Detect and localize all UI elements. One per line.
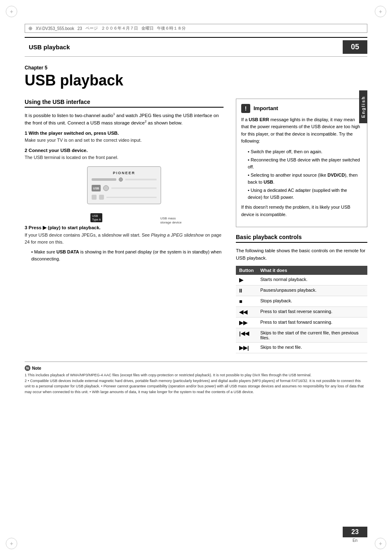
table-cell-action: Skips to the start of the current file, … [257, 328, 367, 343]
meta-date: ２００６年４月７日 [101, 25, 138, 31]
warning-icon: ! [241, 104, 250, 113]
meta-page-label: ページ [85, 25, 98, 31]
notes-section: N Note 1 This includes playback of WMA/M… [25, 362, 367, 395]
meta-day: 金曜日 [141, 25, 154, 31]
step3-heading: 3 Press ▶ (play) to start playback. [25, 225, 224, 230]
page-number-badge: 23 [343, 527, 367, 537]
chapter-badge: 05 [343, 40, 367, 54]
table-row: |◀◀Skips to the start of the current fil… [236, 328, 367, 343]
table-cell-button: ▶▶ [236, 318, 257, 328]
note-label: Note [32, 366, 41, 371]
meta-time: 午後６時１８分 [157, 25, 186, 31]
device-brand: PIONEER [92, 171, 157, 175]
device-front-panel: USB [92, 177, 157, 200]
important-bullet-3: Selecting to another input source (like … [241, 172, 362, 185]
table-row: ◀◀Press to start fast reverse scanning. [236, 307, 367, 318]
important-label: Important [254, 105, 278, 111]
table-cell-action: Pauses/unpauses playback. [257, 286, 367, 296]
basic-controls-heading: Basic playback controls [236, 234, 367, 243]
page-en-label: En [353, 538, 357, 543]
table-row: IIPauses/unpauses playback. [236, 286, 367, 296]
header-title: USB playback [25, 44, 70, 51]
step3-text: If your USB device contains JPEGs, a sli… [25, 232, 224, 245]
note-heading: N Note [25, 365, 367, 371]
meta-symbol: ⊕ [28, 25, 32, 31]
basic-controls-intro: The following table shows the basic cont… [236, 247, 367, 262]
table-cell-action: Starts normal playback. [257, 275, 367, 286]
table-cell-action: Stops playback. [257, 296, 367, 307]
table-row: ▶▶Press to start fast forward scanning. [236, 318, 367, 328]
note-1-text: 1 This includes playback of WMA/MP3/MPEG… [25, 373, 367, 378]
header-bar: USB playback 05 [25, 37, 367, 57]
table-row: ■Stops playback. [236, 296, 367, 307]
corner-mark-bl [6, 538, 17, 549]
chapter-title: USB playback [25, 72, 367, 89]
intro-text: It is possible to listen to two-channel … [25, 112, 224, 127]
right-column: ! Important If a USB ERR message lights … [236, 99, 367, 354]
table-cell-action: Press to start fast reverse scanning. [257, 307, 367, 318]
device-illustration: PIONEER USB [87, 166, 161, 204]
meta-page: 23 [77, 26, 82, 31]
table-cell-button: II [236, 286, 257, 296]
page-number-area: 23 En [343, 527, 367, 543]
step2-text: The USB terminal is located on the front… [25, 154, 224, 161]
controls-table: Button What it does ▶Starts normal playb… [236, 266, 367, 353]
main-content: USB playback 05 English Chapter 5 USB pl… [25, 37, 367, 530]
left-section-heading: Using the USB interface [25, 99, 224, 108]
table-cell-button: ▶▶| [236, 343, 257, 353]
table-cell-button: ■ [236, 296, 257, 307]
note-icon: N [25, 365, 30, 371]
table-cell-button: |◀◀ [236, 328, 257, 343]
important-box: ! Important If a USB ERR message lights … [236, 99, 367, 227]
meta-filename: XV-DV353_555.book [36, 26, 74, 31]
device-diagram: PIONEER USB [25, 166, 224, 204]
table-cell-button: ▶ [236, 275, 257, 286]
table-row: ▶Starts normal playback. [236, 275, 367, 286]
step2-heading: 2 Connect your USB device. [25, 148, 224, 153]
table-cell-action: Press to start fast forward scanning. [257, 318, 367, 328]
meta-bar: ⊕ XV-DV353_555.book 23 ページ ２００６年４月７日 金曜日… [25, 24, 367, 33]
table-cell-action: Skips to the next file. [257, 343, 367, 353]
table-header-action: What it does [257, 266, 367, 275]
table-header-button: Button [236, 266, 257, 275]
step1-heading: 1 With the player switched on, press USB… [25, 131, 224, 136]
table-cell-button: ◀◀ [236, 307, 257, 318]
corner-mark-tl [6, 6, 17, 17]
important-footer: If this doesn't remedy the problem, it i… [241, 204, 362, 218]
step1-text: Make sure your TV is on and set to the c… [25, 137, 224, 144]
left-column: Using the USB interface It is possible t… [25, 99, 224, 354]
important-bullet-2: Reconnecting the USB device with the pla… [241, 157, 362, 170]
important-bullet-4: Using a dedicated AC adapter (supplied w… [241, 187, 362, 200]
important-intro: If a USB ERR message lights in the displ… [241, 116, 362, 145]
language-tab: English [359, 90, 367, 123]
chapter-label: Chapter 5 [25, 65, 367, 71]
step3-bullet: Make sure USB DATA is showing in the fro… [25, 249, 224, 262]
table-row: ▶▶|Skips to the next file. [236, 343, 367, 353]
important-heading: ! Important [241, 104, 362, 113]
usb-type-badge: USBType A [90, 213, 102, 222]
corner-mark-tr [375, 6, 386, 17]
important-bullet-1: Switch the player off, then on again. [241, 148, 362, 155]
note-2-text: 2 • Compatible USB devices include exter… [25, 378, 367, 395]
usb-storage-label: USB massstorage device [160, 216, 182, 225]
two-column-layout: Using the USB interface It is possible t… [25, 99, 367, 354]
corner-mark-br [375, 538, 386, 549]
